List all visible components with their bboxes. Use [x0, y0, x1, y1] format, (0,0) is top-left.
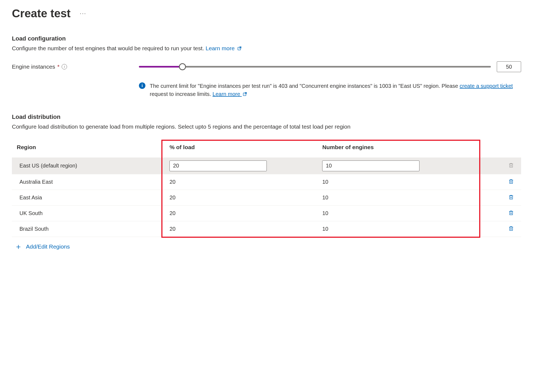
table-row: Brazil South 20 10: [12, 221, 521, 237]
number-engines-cell: 10: [317, 174, 480, 190]
table-row: East US (default region): [12, 158, 521, 174]
svg-rect-6: [510, 227, 513, 231]
load-distribution-description: Configure load distribution to generate …: [12, 123, 521, 131]
region-cell: East Asia: [12, 190, 165, 205]
engine-instances-label: Engine instances: [12, 63, 55, 70]
percent-load-input[interactable]: [169, 160, 267, 171]
learn-more-text: Learn more: [206, 45, 235, 51]
delete-region-button[interactable]: [508, 178, 515, 185]
add-edit-regions-button[interactable]: ＋ Add/Edit Regions: [12, 237, 521, 252]
column-header-actions: [480, 140, 521, 158]
external-link-icon: [243, 90, 247, 98]
more-actions-button[interactable]: ···: [79, 9, 87, 18]
delete-region-button: [508, 162, 515, 169]
percent-load-cell: 20: [165, 221, 317, 237]
info-banner-text: The current limit for "Engine instances …: [150, 82, 521, 98]
column-header-load: % of load: [165, 140, 317, 158]
load-distribution-heading: Load distribution: [12, 113, 521, 120]
delete-region-button[interactable]: [508, 209, 515, 217]
percent-load-cell: 20: [165, 190, 317, 205]
svg-rect-4: [510, 196, 513, 199]
learn-more-text-2: Learn more: [212, 91, 240, 97]
number-engines-cell: 10: [317, 205, 480, 221]
external-link-icon: [237, 45, 242, 53]
info-icon[interactable]: i: [62, 64, 67, 69]
svg-rect-2: [510, 164, 513, 167]
add-edit-regions-label: Add/Edit Regions: [26, 243, 70, 250]
delete-region-button[interactable]: [508, 193, 515, 201]
engine-instances-slider[interactable]: [139, 63, 491, 70]
percent-load-cell: 20: [165, 174, 317, 190]
load-distribution-table: Region % of load Number of engines East …: [12, 140, 521, 237]
column-header-region: Region: [12, 140, 165, 158]
svg-rect-5: [510, 211, 513, 215]
banner-text-2: request to increase limits.: [150, 91, 212, 97]
required-indicator: *: [57, 63, 59, 70]
number-engines-input[interactable]: [322, 160, 419, 171]
table-row: East Asia 20 10: [12, 190, 521, 205]
load-config-learn-more-link[interactable]: Learn more: [206, 45, 242, 51]
engine-instances-input[interactable]: [497, 61, 521, 72]
region-cell: UK South: [12, 205, 165, 221]
table-row: UK South 20 10: [12, 205, 521, 221]
percent-load-cell: 20: [165, 205, 317, 221]
create-support-ticket-link[interactable]: create a support ticket: [460, 83, 513, 89]
region-cell: East US (default region): [12, 158, 165, 174]
info-banner-icon: i: [139, 82, 145, 89]
page-title: Create test: [12, 7, 71, 20]
region-cell: Brazil South: [12, 221, 165, 237]
limits-learn-more-link[interactable]: Learn more: [212, 91, 247, 97]
load-config-heading: Load configuration: [12, 35, 521, 42]
column-header-engines: Number of engines: [317, 140, 480, 158]
load-config-desc-text: Configure the number of test engines tha…: [12, 45, 206, 51]
number-engines-cell: 10: [317, 221, 480, 237]
load-config-description: Configure the number of test engines tha…: [12, 44, 521, 53]
banner-text-1: The current limit for "Engine instances …: [150, 83, 460, 89]
delete-region-button[interactable]: [508, 225, 515, 232]
region-cell: Australia East: [12, 174, 165, 190]
table-row: Australia East 20 10: [12, 174, 521, 190]
svg-rect-3: [510, 180, 513, 183]
number-engines-cell: 10: [317, 190, 480, 205]
plus-icon: ＋: [15, 243, 22, 250]
